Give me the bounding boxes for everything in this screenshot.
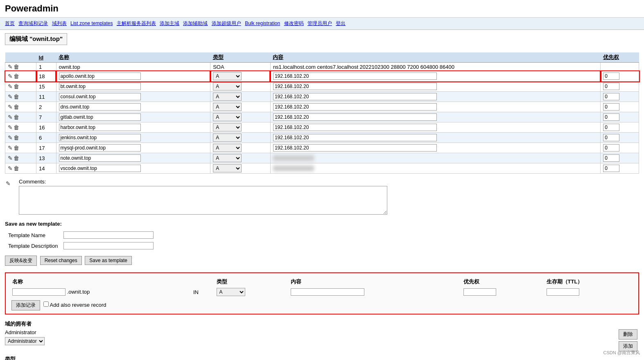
row-type[interactable]: AAAAACNAMEMXNSSOATXT bbox=[210, 153, 271, 163]
row-priority[interactable] bbox=[601, 133, 639, 143]
add-type-select[interactable]: A AAAA CNAME MX NS SOA TXT bbox=[217, 288, 245, 296]
row-name-input[interactable] bbox=[59, 72, 141, 80]
edit-icon[interactable]: ✎ bbox=[8, 104, 13, 110]
add-name-input[interactable] bbox=[12, 288, 66, 296]
delete-icon[interactable]: 🗑 bbox=[14, 104, 19, 110]
row-type-select[interactable]: AAAAACNAMEMXNSSOATXT bbox=[213, 144, 242, 152]
row-priority[interactable] bbox=[601, 153, 639, 163]
row-type[interactable]: AAAAACNAMEMXNSSOATXT bbox=[210, 143, 271, 153]
row-type-select[interactable]: AAAAACNAMEMXNSSOATXT bbox=[213, 154, 242, 162]
edit-icon[interactable]: ✎ bbox=[8, 73, 13, 79]
row-content[interactable] bbox=[270, 102, 600, 112]
edit-icon[interactable]: ✎ bbox=[8, 83, 13, 90]
row-type-select[interactable]: AAAAACNAMEMXNSSOATXT bbox=[213, 93, 242, 101]
row-content[interactable] bbox=[270, 92, 600, 102]
edit-icon[interactable]: ✎ bbox=[8, 124, 13, 131]
row-content[interactable] bbox=[270, 122, 600, 133]
add-ttl-input[interactable] bbox=[547, 288, 579, 296]
save-template-button[interactable]: Save as template bbox=[85, 256, 132, 265]
row-name[interactable] bbox=[56, 163, 210, 174]
row-content-input[interactable] bbox=[273, 113, 437, 121]
row-priority[interactable] bbox=[601, 122, 639, 133]
row-name-input[interactable] bbox=[59, 144, 141, 152]
row-priority-input[interactable] bbox=[603, 124, 619, 131]
row-priority[interactable] bbox=[601, 143, 639, 153]
row-type[interactable]: AAAAACNAMEMXNSSOATXT bbox=[210, 71, 271, 82]
row-content-input[interactable] bbox=[273, 124, 437, 131]
delete-icon[interactable]: 🗑 bbox=[14, 155, 19, 161]
owner-delete-button[interactable]: 删除 bbox=[619, 329, 637, 340]
row-content[interactable] bbox=[270, 112, 600, 122]
row-type-select[interactable]: AAAAACNAMEMXNSSOATXT bbox=[213, 103, 242, 111]
row-content-input[interactable] bbox=[273, 93, 437, 100]
edit-icon[interactable]: ✎ bbox=[8, 93, 13, 100]
row-type-select[interactable]: AAAAACNAMEMXNSSOATXT bbox=[213, 123, 242, 131]
nav-add-superuser[interactable]: 添加超级用户 bbox=[212, 20, 241, 26]
nav-query[interactable]: 查询域和记录 bbox=[18, 20, 48, 26]
delete-icon[interactable]: 🗑 bbox=[14, 73, 19, 79]
row-priority-input[interactable] bbox=[603, 144, 619, 152]
template-desc-input[interactable] bbox=[63, 242, 154, 249]
edit-icon[interactable]: ✎ bbox=[8, 145, 13, 151]
row-content-input[interactable] bbox=[273, 134, 437, 141]
comments-edit-icon[interactable]: ✎ bbox=[6, 180, 11, 187]
row-name[interactable] bbox=[56, 82, 210, 92]
apply-button[interactable]: 反映&改变 bbox=[5, 256, 37, 266]
nav-home[interactable]: 首页 bbox=[5, 20, 15, 26]
row-type[interactable]: AAAAACNAMEMXNSSOATXT bbox=[210, 102, 271, 112]
nav-logout[interactable]: 登出 bbox=[336, 20, 346, 26]
row-name-input[interactable] bbox=[59, 124, 141, 131]
add-record-button[interactable]: 添加记录 bbox=[11, 300, 40, 310]
row-content-input[interactable] bbox=[273, 144, 437, 152]
row-name-input[interactable] bbox=[59, 154, 141, 162]
row-priority-input[interactable] bbox=[603, 134, 619, 141]
row-name-input[interactable] bbox=[59, 134, 141, 141]
row-priority-input[interactable] bbox=[603, 83, 619, 90]
col-content[interactable]: 内容 bbox=[270, 52, 600, 63]
row-priority-input[interactable] bbox=[603, 154, 619, 162]
edit-icon[interactable]: ✎ bbox=[8, 155, 13, 161]
row-priority-input[interactable] bbox=[603, 165, 619, 172]
row-name[interactable] bbox=[56, 122, 210, 133]
edit-icon[interactable]: ✎ bbox=[8, 165, 13, 172]
also-reverse-checkbox[interactable] bbox=[43, 301, 49, 307]
col-name[interactable]: 名称 bbox=[56, 52, 210, 63]
row-content[interactable] bbox=[270, 71, 600, 82]
row-type-select[interactable]: AAAAACNAMEMXNSSOATXT bbox=[213, 113, 242, 121]
row-content[interactable] bbox=[270, 133, 600, 143]
row-content[interactable]: XXXXXXXXXX bbox=[270, 153, 600, 163]
row-content[interactable] bbox=[270, 82, 600, 92]
row-name-input[interactable] bbox=[59, 165, 141, 172]
row-name[interactable] bbox=[56, 102, 210, 112]
delete-icon[interactable]: 🗑 bbox=[14, 83, 19, 90]
row-type-select[interactable]: AAAAACNAMEMXNSSOATXT bbox=[213, 134, 242, 142]
row-name[interactable] bbox=[56, 153, 210, 163]
row-name-input[interactable] bbox=[59, 93, 141, 100]
nav-add-slave[interactable]: 添加辅助域 bbox=[183, 20, 208, 26]
add-priority-input[interactable] bbox=[463, 288, 496, 296]
add-content-input[interactable] bbox=[291, 288, 364, 296]
row-type[interactable]: AAAAACNAMEMXNSSOATXT bbox=[210, 112, 271, 122]
comments-textarea[interactable] bbox=[19, 186, 387, 215]
reset-button[interactable]: Reset changes bbox=[40, 256, 82, 265]
row-name-input[interactable] bbox=[59, 113, 141, 121]
row-content-input[interactable] bbox=[273, 83, 437, 90]
delete-icon[interactable]: 🗑 bbox=[14, 134, 19, 141]
row-type-select[interactable]: AAAAACNAMEMXNSSOATXT bbox=[213, 72, 242, 80]
row-priority-input[interactable] bbox=[603, 72, 619, 80]
col-id[interactable]: Id bbox=[36, 52, 56, 63]
row-priority[interactable] bbox=[601, 92, 639, 102]
col-priority[interactable]: 优先权 bbox=[601, 52, 639, 63]
row-name[interactable] bbox=[56, 71, 210, 82]
row-name-input[interactable] bbox=[59, 83, 141, 90]
row-name[interactable] bbox=[56, 133, 210, 143]
row-priority[interactable] bbox=[601, 71, 639, 82]
col-type[interactable]: 类型 bbox=[210, 52, 271, 63]
row-content-input[interactable] bbox=[273, 103, 437, 111]
row-type[interactable]: AAAAACNAMEMXNSSOATXT bbox=[210, 82, 271, 92]
delete-icon[interactable]: 🗑 bbox=[14, 124, 19, 131]
row-type[interactable]: AAAAACNAMEMXNSSOATXT bbox=[210, 133, 271, 143]
delete-icon[interactable]: 🗑 bbox=[14, 165, 19, 172]
row-name[interactable] bbox=[56, 143, 210, 153]
edit-icon[interactable]: ✎ bbox=[8, 134, 13, 141]
